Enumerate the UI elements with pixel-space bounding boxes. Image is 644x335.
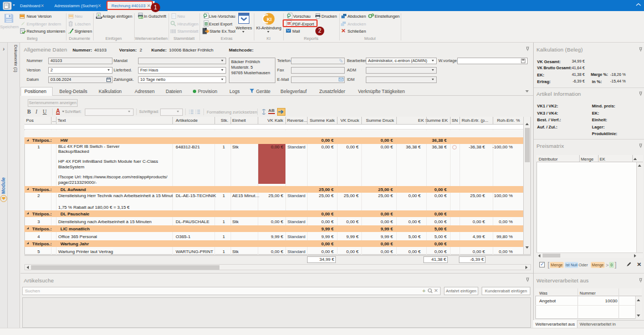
svg-text:KI: KI xyxy=(267,17,272,22)
